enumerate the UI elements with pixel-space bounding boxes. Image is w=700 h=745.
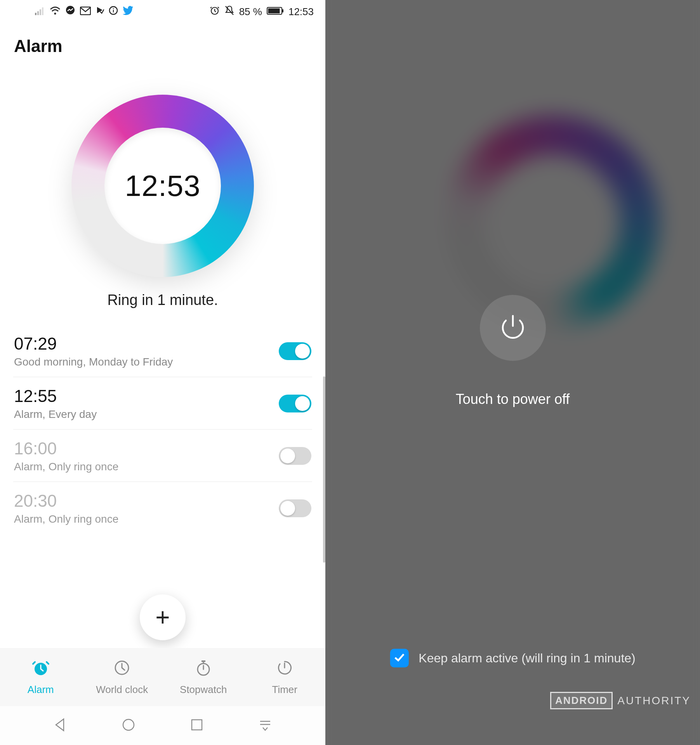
alarm-status-icon (210, 5, 220, 18)
tab-label: Timer (272, 684, 297, 696)
alarm-icon (31, 658, 50, 680)
power-off-label: Touch to power off (456, 391, 570, 407)
alarm-subtitle: Alarm, Only ring once (14, 513, 118, 525)
alarm-time: 07:29 (14, 334, 173, 353)
power-off-overlay-screen: Touch to power off Keep alarm active (wi… (325, 0, 700, 745)
alarm-toggle[interactable] (279, 499, 311, 517)
stopwatch-icon (194, 658, 213, 680)
status-bar: 85 % 12:53 (0, 0, 325, 22)
alarm-toggle[interactable] (279, 342, 311, 360)
alarm-app-screen: 85 % 12:53 Alarm 12:53 Ring in 1 minute.… (0, 0, 325, 745)
play-protect-icon (96, 5, 104, 18)
alarm-list: 07:29 Good morning, Monday to Friday 12:… (0, 325, 325, 534)
svg-rect-13 (282, 9, 283, 12)
tab-label: Alarm (28, 684, 54, 696)
tab-timer[interactable]: Timer (244, 648, 326, 706)
alarm-row[interactable]: 20:30 Alarm, Only ring once (13, 482, 312, 534)
svg-rect-8 (113, 10, 114, 12)
svg-point-4 (54, 12, 56, 14)
android-nav-bar (0, 706, 325, 745)
add-alarm-button[interactable]: + (140, 594, 186, 640)
nav-recent-icon[interactable] (189, 717, 205, 735)
check-icon (393, 651, 405, 665)
svg-rect-19 (192, 720, 202, 730)
statusbar-time: 12:53 (288, 6, 314, 18)
alarm-time: 20:30 (14, 491, 118, 511)
watermark: ANDROID AUTHORITY (550, 692, 691, 709)
twitter-icon (123, 6, 134, 18)
svg-rect-9 (113, 8, 114, 9)
alarm-subtitle: Alarm, Every day (14, 408, 97, 421)
svg-rect-17 (201, 660, 205, 662)
nav-back-icon[interactable] (52, 717, 68, 735)
alarm-row[interactable]: 07:29 Good morning, Monday to Friday (13, 325, 312, 377)
svg-point-18 (123, 719, 134, 730)
tab-label: Stopwatch (180, 684, 227, 696)
svg-rect-1 (37, 11, 39, 15)
tab-label: World clock (96, 684, 148, 696)
timer-icon (275, 658, 294, 680)
plus-icon: + (155, 603, 170, 632)
bottom-tabs: Alarm World clock Stopwatch Timer (0, 648, 325, 706)
alarm-time: 12:55 (14, 386, 97, 406)
info-icon (109, 6, 118, 18)
signal-icon (35, 6, 45, 18)
alarm-row[interactable]: 16:00 Alarm, Only ring once (13, 430, 312, 482)
alarm-row[interactable]: 12:55 Alarm, Every day (13, 377, 312, 430)
power-off-button[interactable] (480, 295, 546, 361)
alarm-time: 16:00 (14, 439, 118, 458)
alarm-toggle[interactable] (279, 447, 311, 465)
nav-home-icon[interactable] (120, 717, 137, 735)
keep-alarm-label: Keep alarm active (will ring in 1 minute… (419, 651, 635, 665)
messenger-icon (65, 5, 75, 18)
battery-percent: 85 % (239, 6, 262, 18)
wifi-icon (50, 6, 61, 18)
alarm-toggle[interactable] (279, 395, 311, 412)
current-time: 12:53 (125, 169, 200, 203)
page-title: Alarm (0, 22, 325, 56)
svg-rect-2 (40, 9, 41, 15)
world-clock-icon (113, 658, 131, 680)
watermark-boxed: ANDROID (550, 692, 613, 709)
tab-alarm[interactable]: Alarm (0, 648, 82, 706)
dark-overlay (325, 0, 700, 745)
alarm-subtitle: Alarm, Only ring once (14, 461, 118, 473)
nav-drawer-icon[interactable] (257, 717, 273, 735)
alarm-subtitle: Good morning, Monday to Friday (14, 356, 173, 368)
svg-rect-12 (268, 8, 280, 13)
watermark-text: AUTHORITY (617, 695, 691, 707)
svg-rect-0 (35, 13, 36, 15)
mail-icon (80, 6, 91, 18)
svg-rect-3 (42, 7, 43, 15)
keep-alarm-checkbox[interactable] (390, 649, 408, 667)
tab-stopwatch[interactable]: Stopwatch (163, 648, 244, 706)
silent-icon (224, 5, 234, 19)
tab-world-clock[interactable]: World clock (82, 648, 163, 706)
power-icon (498, 312, 528, 344)
next-alarm-ring: 12:53 (0, 56, 325, 296)
keep-alarm-row[interactable]: Keep alarm active (will ring in 1 minute… (390, 649, 635, 667)
battery-icon (267, 6, 284, 18)
